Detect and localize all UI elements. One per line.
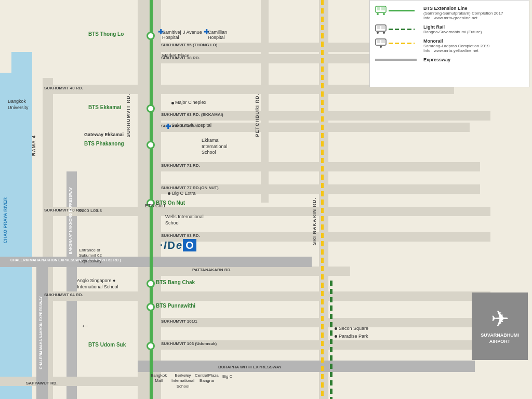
bigc-extra-dot	[168, 192, 170, 195]
light-rail-train-icon	[375, 24, 387, 34]
legend-monorail: Monorail Samrong-Ladprao Completion 2019…	[375, 38, 524, 53]
gateway-label: Gateway Ekkamai	[84, 132, 124, 137]
pattanakarn-road	[138, 267, 350, 276]
monorail-text: Monorail Samrong-Ladprao Completion 2019…	[423, 38, 489, 53]
javenue-label: J Avenue	[183, 30, 202, 35]
svg-rect-6	[377, 26, 380, 29]
sukhumvit40-label: SUKHUMVIT 40 RD.	[44, 86, 83, 90]
bts-station-ekkamai-label: BTS Ekkamai	[88, 104, 121, 110]
bts-extension-text: BTS Extension Line (Samrong-Samutprakarn…	[423, 6, 503, 20]
legend-light-rail-icon-container	[375, 24, 419, 34]
samitivej-label: SamitivejHospital	[162, 30, 181, 40]
bts-station-punnawithi	[147, 303, 155, 311]
expressway-line-icon	[375, 59, 417, 61]
camillian-label: CamillianHospital	[208, 30, 227, 40]
bts-train-icon	[375, 6, 387, 15]
bts-station-phakanong-label: BTS Phakanong	[84, 141, 124, 147]
major-cineplex-label: Major Cineplex	[175, 100, 206, 105]
airplane-unicode-icon: ✈	[491, 308, 509, 330]
light-rail-line-icon	[389, 29, 415, 30]
svg-rect-2	[381, 7, 385, 10]
sukhumvit103-label: SUKHUMVIT 103 (Udomsuk)	[161, 341, 217, 346]
direction-arrow: ←	[81, 321, 90, 331]
svg-rect-1	[377, 7, 380, 10]
chao-praya-label: CHAO PRAYA RIVER	[3, 197, 8, 244]
bts-station-bangchak	[147, 280, 155, 288]
chalerm-label: CHALERM MAHA NAKHON EXPRESSWAY (SUKHUMVI…	[10, 258, 121, 262]
anglo-singapore-label: Anglo Singapore ●International School	[77, 278, 118, 290]
bts-station-thonglo	[147, 32, 155, 40]
legend-monorail-icon-container	[375, 38, 419, 48]
petchburi-label: PETCHBURI RD.	[255, 94, 260, 137]
sukhumvit-hosp-label: Sukhumvit Hospital	[171, 123, 211, 128]
bangna-label: BANGNA AT NAKNONG EXPRESSWAY	[69, 187, 72, 254]
sappawut-road	[0, 377, 145, 386]
sukhumvit63-label: SUKHUMVIT 63 RD. (EKKAMAI)	[161, 112, 223, 117]
paradise-park-label: Paradise Park	[339, 334, 368, 339]
bts-extension-line-icon	[389, 10, 415, 11]
wells-school-label: Wells InternationalSchool	[165, 214, 204, 226]
svg-point-3	[377, 13, 379, 15]
legend-bts-icon-container	[375, 6, 419, 15]
sukhumvit71-label: SUKHUMVIT 71 RD.	[161, 163, 200, 168]
sukhumvit55-label: SUKHUMVIT 55 (THONG LO)	[161, 43, 217, 47]
sukhumvit-hosp-icon: ✚	[165, 123, 171, 130]
sukhumvit1011-label: SUKHUMVIT 101/1	[161, 319, 197, 324]
legend-expressway-icon-container	[375, 59, 419, 61]
sukhumvit64-label: SUKHUMVIT 64 RD.	[44, 292, 83, 297]
monorail-train-icon	[375, 38, 387, 48]
major-cineplex-dot	[171, 102, 174, 104]
airport-box: ✈ SUVARNABHUMI AIRPORT	[472, 292, 528, 360]
svg-point-9	[383, 32, 385, 34]
sukhumvit64-road	[43, 291, 490, 301]
map-container: BTS Thong Lo BTS Ekkamai BTS Phakanong B…	[0, 0, 532, 399]
airport-label: SUVARNABHUMI AIRPORT	[472, 332, 528, 344]
legend-bts-extension: BTS Extension Line (Samrong-Samutprakarn…	[375, 6, 524, 20]
legend-expressway: Expressway	[375, 57, 524, 62]
legend: BTS Extension Line (Samrong-Samutprakarn…	[369, 0, 529, 87]
svg-rect-11	[377, 40, 380, 43]
bigc-extra-label: Big C Extra	[172, 191, 196, 196]
svg-rect-12	[381, 40, 385, 43]
svg-point-13	[380, 46, 382, 48]
berkeley-school-label: BerkeleyInternationalSchool	[171, 373, 194, 389]
sukhumvit-main-label: SUKHUMVIT RD.	[126, 94, 131, 138]
bts-station-udomsuk	[147, 342, 155, 350]
ideo-logo-main: · I D e O	[160, 239, 196, 251]
entrance62-label: Entrance ofSukumvit 62Expressway	[79, 248, 102, 264]
svg-point-4	[383, 13, 385, 15]
expressway-text: Expressway	[423, 57, 450, 62]
sappawut-label: SAPPAWUT RD.	[26, 381, 58, 385]
secon-square-label: Secon Square	[339, 326, 368, 331]
secon-square-dot	[335, 327, 337, 330]
ekkamai-school-label: EkkamaiInternationalSchool	[202, 138, 228, 156]
svg-rect-7	[381, 26, 385, 29]
bangkok-univ-label: BangkokUniversity	[8, 99, 29, 111]
bts-station-bangchak-label: BTS Bang Chak	[156, 280, 195, 285]
burapha-expressway	[138, 361, 475, 372]
bangkok-mall-label: BangkokMall	[151, 373, 167, 384]
sukhumvit93-label: SUKHUMVIT 93 RD.	[161, 233, 200, 238]
petchburi-road	[261, 0, 269, 203]
ets-child-label: ETS Chid	[145, 203, 165, 208]
centralplaza-label: CentralPlazaBangna	[195, 373, 219, 384]
light-rail-line	[330, 281, 332, 399]
sukhumvit60-road	[43, 207, 490, 216]
monorail-line	[321, 0, 324, 399]
svg-point-8	[377, 32, 379, 34]
srinakarin-label: SRI NAKARIN RD.	[312, 197, 317, 245]
burapha-label: BURAPHA WITHI EXPRESSWAY	[218, 365, 282, 369]
bts-station-udomsuk-label: BTS Udom Suk	[88, 342, 126, 348]
tesco-label: Tesco Lotus	[77, 208, 102, 213]
chalerm-v-label: CHALERM MAHA NAKHON EXPRESSWAY	[39, 296, 43, 369]
bts-station-thonglo-label: BTS Thong Lo	[88, 31, 124, 37]
bigc-bottom-label: Big C	[222, 374, 233, 379]
bts-station-phakanong	[147, 141, 155, 149]
legend-light-rail: Light Rail Bangna-Suvarnabhumi (Future)	[375, 24, 524, 34]
paradise-park-dot	[335, 335, 337, 338]
light-rail-text: Light Rail Bangna-Suvarnabhumi (Future)	[423, 24, 482, 34]
sukhumvit77-label: SUKHUMVIT 77 RD.(ON NUT)	[161, 185, 219, 190]
bts-station-punnawithi-label: BTS Punnawithi	[156, 303, 195, 309]
bts-station-ekkamai	[147, 104, 155, 113]
pattanakarn-label: PATTANAKARN RD.	[192, 268, 232, 272]
